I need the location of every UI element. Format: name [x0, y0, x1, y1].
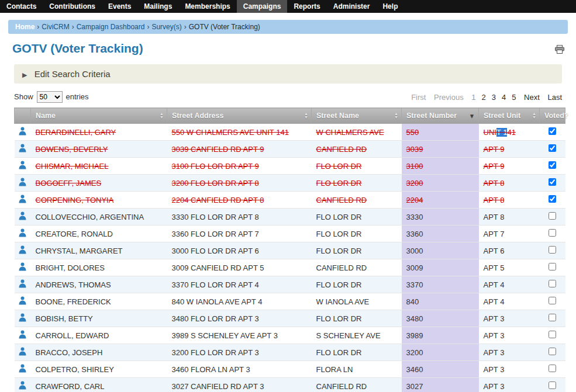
contact-icon[interactable] — [19, 211, 26, 220]
cell-contact-icon — [15, 276, 31, 293]
pagination-page-5[interactable]: 5 — [512, 93, 516, 102]
breadcrumb-item[interactable]: Home — [15, 23, 35, 31]
nav-item-campaigns[interactable]: Campaigns — [237, 0, 288, 13]
column-header-street-number[interactable]: Street Number▼ — [402, 108, 479, 124]
table-row: BERARDINELLI, GARY550 W CHALMERS AVE UNI… — [15, 124, 565, 141]
cell-street-name: W CHALMERS AVE — [312, 124, 402, 141]
nav-item-memberships[interactable]: Memberships — [178, 0, 236, 13]
edit-search-criteria-label: Edit Search Criteria — [35, 69, 111, 79]
contact-icon[interactable] — [19, 364, 26, 373]
contact-icon[interactable] — [19, 381, 26, 390]
contact-icon[interactable] — [19, 313, 26, 322]
breadcrumb-separator: › — [72, 23, 74, 31]
unit-text: 41 — [507, 128, 515, 137]
column-header-street-unit[interactable]: Street Unit▲▼ — [479, 108, 540, 124]
voted-checkbox[interactable] — [549, 381, 556, 389]
pagination-next[interactable]: Next — [524, 93, 540, 102]
pagination-page-2[interactable]: 2 — [482, 93, 486, 102]
table-row: CREATORE, RONALD3360 FLO LOR DR APT 7FLO… — [15, 226, 565, 242]
pagination-first[interactable]: First — [411, 93, 426, 102]
cell-street-unit: APT 8 — [479, 175, 540, 192]
voted-checkbox[interactable] — [549, 229, 556, 237]
cell-contact-icon — [15, 209, 31, 226]
nav-item-contributions[interactable]: Contributions — [43, 0, 102, 13]
cell-street-address: 2204 CANFIELD RD APT 8 — [167, 192, 312, 209]
cell-contact-icon — [15, 344, 31, 361]
column-header-street-name[interactable]: Street Name▲▼ — [312, 108, 402, 124]
contact-icon[interactable] — [19, 178, 26, 186]
cell-voted — [540, 361, 565, 378]
nav-item-administer[interactable]: Administer — [327, 0, 377, 13]
contact-icon[interactable] — [19, 195, 26, 203]
column-header-name[interactable]: Name▲▼ — [31, 108, 167, 124]
voted-checkbox[interactable] — [549, 178, 556, 186]
pagination-previous[interactable]: Previous — [434, 93, 464, 102]
contact-icon[interactable] — [19, 245, 26, 254]
contact-icon[interactable] — [19, 144, 26, 152]
breadcrumb-item: GOTV (Voter Tracking) — [189, 23, 260, 31]
column-label: Street Unit — [484, 112, 520, 120]
cell-voted — [540, 378, 565, 392]
table-row: CARROLL, EDWARD3989 S SCHENLEY AVE APT 3… — [15, 327, 565, 344]
cell-street-name: CANFIELD RD — [312, 378, 402, 392]
cell-voted — [540, 310, 565, 327]
contact-icon[interactable] — [19, 330, 26, 339]
voted-checkbox[interactable] — [549, 144, 556, 152]
pagination-pages: 12345 — [465, 93, 516, 102]
nav-item-mailings[interactable]: Mailings — [137, 0, 178, 13]
voted-checkbox[interactable] — [549, 280, 556, 287]
entries-select[interactable]: 50 — [37, 91, 63, 103]
column-header-icon — [15, 108, 31, 124]
breadcrumb-item[interactable]: Survey(s) — [151, 23, 181, 31]
print-icon[interactable] — [555, 45, 564, 56]
nav-item-help[interactable]: Help — [376, 0, 404, 13]
voted-checkbox[interactable] — [549, 297, 556, 304]
voted-checkbox[interactable] — [549, 331, 556, 338]
unit-text: UNI — [484, 128, 496, 137]
column-header-street-address[interactable]: Street Address▲▼ — [167, 108, 312, 124]
cell-contact-icon — [15, 259, 31, 276]
contact-icon[interactable] — [19, 228, 26, 237]
voted-checkbox[interactable] — [549, 212, 556, 220]
cell-name: CARROLL, EDWARD — [31, 327, 167, 344]
voted-checkbox[interactable] — [549, 161, 556, 169]
contact-icon[interactable] — [19, 279, 26, 288]
voted-checkbox[interactable] — [549, 246, 556, 254]
voted-checkbox[interactable] — [549, 348, 556, 355]
pagination-page-1[interactable]: 1 — [471, 93, 475, 102]
nav-item-contacts[interactable]: Contacts — [0, 0, 43, 13]
cell-street-unit: APT 9 — [479, 158, 540, 175]
pagination-page-3[interactable]: 3 — [492, 93, 496, 102]
page-title: GOTV (Voter Tracking) — [12, 41, 143, 55]
edit-search-criteria-toggle[interactable]: ▶ Edit Search Criteria — [14, 64, 562, 84]
nav-item-reports[interactable]: Reports — [287, 0, 326, 13]
voted-checkbox[interactable] — [549, 263, 556, 270]
cell-street-name: FLO LOR DR — [312, 209, 402, 226]
voted-checkbox[interactable] — [549, 365, 556, 372]
voted-checkbox[interactable] — [549, 127, 556, 135]
breadcrumb-item[interactable]: CiviCRM — [42, 23, 69, 31]
pagination: First Previous 12345 Next Last — [405, 93, 562, 102]
column-label: Street Number — [406, 112, 457, 120]
pagination-page-4[interactable]: 4 — [502, 93, 506, 102]
cell-name: ANDREWS, THOMAS — [31, 276, 167, 293]
contact-icon[interactable] — [19, 347, 26, 356]
expand-arrow-icon: ▶ — [22, 71, 27, 78]
table-row: CHISMAR, MICHAEL3100 FLO LOR DR APT 9FLO… — [15, 158, 565, 175]
cell-voted — [540, 259, 565, 276]
contact-icon[interactable] — [19, 296, 26, 305]
cell-street-name: FLO LOR DR — [312, 175, 402, 192]
pagination-last[interactable]: Last — [547, 93, 562, 102]
show-entries: Show50entries — [14, 91, 89, 103]
nav-item-events[interactable]: Events — [102, 0, 137, 13]
column-header-voted: Voted? — [540, 108, 565, 124]
voted-checkbox[interactable] — [549, 314, 556, 321]
cell-street-name: CANFIELD RD — [312, 192, 402, 209]
contact-icon[interactable] — [19, 127, 26, 136]
breadcrumb-item[interactable]: Campaign Dashboard — [77, 23, 145, 31]
voted-checkbox[interactable] — [549, 195, 556, 203]
table-row: CORPENING, TONYIA2204 CANFIELD RD APT 8C… — [15, 192, 565, 209]
voter-table-wrap: Name▲▼Street Address▲▼Street Name▲▼Stree… — [14, 107, 562, 392]
contact-icon[interactable] — [19, 262, 26, 271]
contact-icon[interactable] — [19, 161, 26, 169]
